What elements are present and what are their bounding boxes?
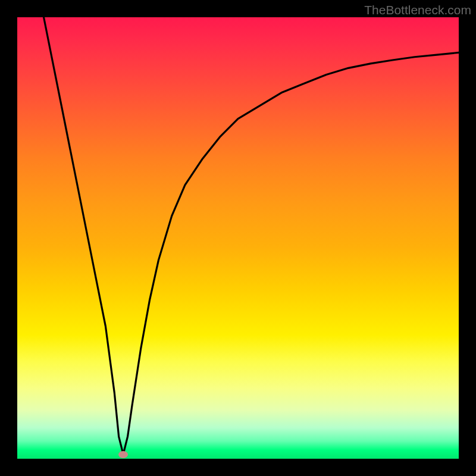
chart-container: TheBottleneck.com <box>0 0 476 476</box>
watermark-text: TheBottleneck.com <box>364 3 471 17</box>
bottleneck-curve-line <box>44 17 459 455</box>
curve-svg <box>17 17 459 459</box>
minimum-point-marker <box>118 451 128 458</box>
